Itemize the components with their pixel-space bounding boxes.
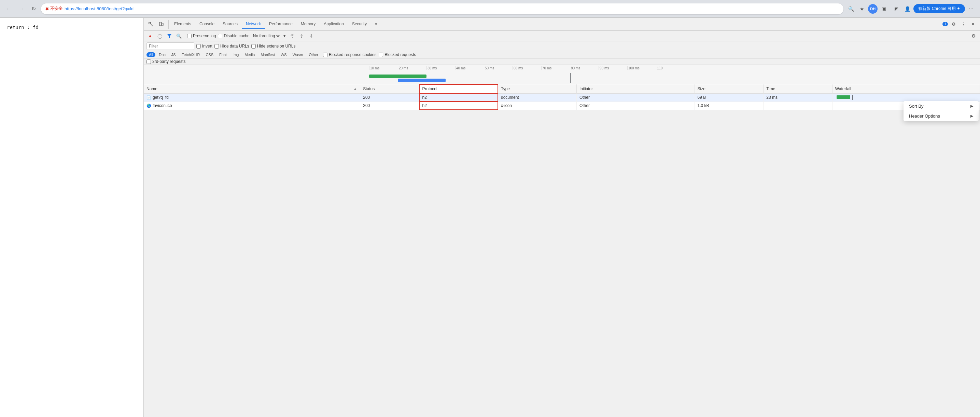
filter-css[interactable]: CSS: [203, 52, 216, 57]
more-options-button[interactable]: ⋯: [966, 4, 976, 14]
devtools-panel: Elements Console Sources Network Perform…: [143, 18, 980, 417]
cell-name: 🌎 favicon.ico: [144, 102, 360, 110]
lens-button[interactable]: 🔍: [846, 4, 856, 14]
filter-fetch-xhr[interactable]: Fetch/XHR: [179, 52, 202, 57]
import-button[interactable]: ⇧: [298, 32, 305, 40]
reload-button[interactable]: ↻: [29, 4, 38, 14]
disable-cache-checkbox[interactable]: Disable cache: [218, 34, 249, 38]
ruler-tick-100ms: 100 ms: [627, 66, 656, 70]
table-row[interactable]: 📄 get?q=fd 200 h2 document Other 69 B 23…: [144, 93, 980, 102]
preserve-log-checkbox[interactable]: Preserve log: [187, 34, 216, 38]
device-toolbar-button[interactable]: [157, 20, 165, 29]
cell-waterfall: [832, 93, 980, 102]
clear-button[interactable]: ◯: [156, 32, 164, 40]
profile-avatar[interactable]: DH: [868, 4, 878, 14]
tab-elements[interactable]: Elements: [170, 19, 195, 29]
col-header-type[interactable]: Type: [498, 85, 576, 93]
filter-font[interactable]: Font: [217, 52, 229, 57]
filter-ws[interactable]: WS: [278, 52, 289, 57]
page-return-value: return : fd: [7, 25, 38, 30]
cell-size: 69 B: [695, 93, 764, 102]
filter-js[interactable]: JS: [169, 52, 178, 57]
ruler-tick-30ms: 30 ms: [426, 66, 455, 70]
header-options-menu-item[interactable]: Header Options ▶ ✓ Name Path: [904, 111, 978, 121]
timeline-bars: [369, 73, 980, 83]
split-screen-button[interactable]: ◤: [892, 4, 901, 14]
wifi-icon[interactable]: [288, 32, 296, 40]
table-row[interactable]: 🌎 favicon.ico 200 h2 x-icon Other 1.0 kB: [144, 102, 980, 110]
security-label: 不安全: [50, 6, 62, 12]
cell-protocol: h2: [419, 102, 498, 110]
tab-security[interactable]: Security: [348, 19, 371, 29]
devtools-more-button[interactable]: ⋮: [959, 20, 968, 29]
doc-icon: 📄: [146, 95, 151, 100]
tab-application[interactable]: Application: [320, 19, 348, 29]
tab-performance[interactable]: Performance: [265, 19, 297, 29]
throttle-select[interactable]: No throttling Fast 3G Slow 3G Offline: [252, 33, 281, 38]
tab-more[interactable]: »: [371, 19, 382, 29]
filter-wasm[interactable]: Wasm: [290, 52, 305, 57]
filter-doc[interactable]: Doc: [156, 52, 168, 57]
filter-img[interactable]: Img: [230, 52, 241, 57]
devtools-icons: [146, 20, 169, 29]
main-area: return : fd Elements Console Sources Net…: [0, 18, 980, 417]
devtools-settings-button[interactable]: ⚙: [949, 20, 958, 29]
timeline-area: 10 ms 20 ms 30 ms 40 ms 50 ms 60 ms 70 m…: [144, 65, 980, 84]
col-header-waterfall[interactable]: Waterfall: [832, 85, 980, 93]
export-button[interactable]: ⇩: [308, 32, 315, 40]
table-container[interactable]: Name ▲ Status Protocol Type Initiator Si…: [144, 84, 980, 110]
filter-manifest[interactable]: Manifest: [258, 52, 277, 57]
console-badge: 1: [942, 22, 948, 26]
table-header-row: Name ▲ Status Protocol Type Initiator Si…: [144, 85, 980, 93]
ruler-tick-90ms: 90 ms: [598, 66, 627, 70]
inspect-element-button[interactable]: [146, 20, 155, 29]
forward-button[interactable]: →: [16, 4, 26, 14]
bookmark-button[interactable]: ★: [857, 4, 867, 14]
devtools-tabs: Elements Console Sources Network Perform…: [170, 19, 942, 29]
col-header-name[interactable]: Name ▲: [144, 85, 360, 93]
header-options-label: Header Options: [909, 113, 940, 118]
url-display[interactable]: https://localhost:8080/test/get?q=fd: [65, 6, 134, 11]
invert-checkbox[interactable]: Invert: [196, 44, 212, 48]
tab-console[interactable]: Console: [195, 19, 218, 29]
cell-time: [764, 102, 832, 110]
filter-other[interactable]: Other: [306, 52, 321, 57]
sort-by-arrow: ▶: [970, 104, 973, 109]
filter-input[interactable]: [146, 42, 194, 50]
update-chrome-button[interactable]: 有新版 Chrome 可用 ✦: [913, 4, 965, 13]
hide-ext-urls-checkbox[interactable]: Hide extension URLs: [251, 44, 296, 48]
extension-button[interactable]: ▣: [879, 4, 888, 14]
tab-memory[interactable]: Memory: [297, 19, 320, 29]
col-header-protocol[interactable]: Protocol: [419, 85, 498, 93]
header-options-arrow: ▶: [970, 114, 973, 118]
ruler-tick-40ms: 40 ms: [455, 66, 484, 70]
devtools-topbar: Elements Console Sources Network Perform…: [144, 18, 980, 31]
blocked-requests-checkbox[interactable]: Blocked requests: [379, 52, 416, 57]
third-party-checkbox[interactable]: [146, 59, 151, 64]
network-settings-button[interactable]: ⚙: [970, 32, 977, 40]
blocked-cookies-checkbox[interactable]: Blocked response cookies: [323, 52, 376, 57]
filter-all[interactable]: All: [146, 52, 155, 57]
col-header-size[interactable]: Size: [695, 85, 764, 93]
back-button[interactable]: ←: [4, 4, 14, 14]
cell-name: 📄 get?q=fd: [144, 93, 360, 102]
cell-initiator: Other: [576, 93, 695, 102]
col-header-time[interactable]: Time: [764, 85, 832, 93]
filter-media[interactable]: Media: [242, 52, 257, 57]
filter-button[interactable]: [165, 32, 173, 40]
col-header-initiator[interactable]: Initiator: [576, 85, 695, 93]
profile-button[interactable]: 👤: [902, 4, 912, 14]
cell-type: document: [498, 93, 576, 102]
hide-data-urls-checkbox[interactable]: Hide data URLs: [215, 44, 249, 48]
timeline-vertical-line: [570, 73, 571, 83]
tab-network[interactable]: Network: [242, 19, 265, 29]
col-header-status[interactable]: Status: [360, 85, 419, 93]
sort-by-label: Sort By: [909, 104, 924, 109]
devtools-close-button[interactable]: ✕: [968, 20, 977, 29]
timeline-bar-blue: [398, 78, 445, 82]
tab-sources[interactable]: Sources: [218, 19, 242, 29]
search-button[interactable]: 🔍: [175, 32, 183, 40]
record-button[interactable]: ●: [146, 32, 154, 40]
cell-status: 200: [360, 102, 419, 110]
sort-by-menu-item[interactable]: Sort By ▶: [904, 101, 978, 111]
